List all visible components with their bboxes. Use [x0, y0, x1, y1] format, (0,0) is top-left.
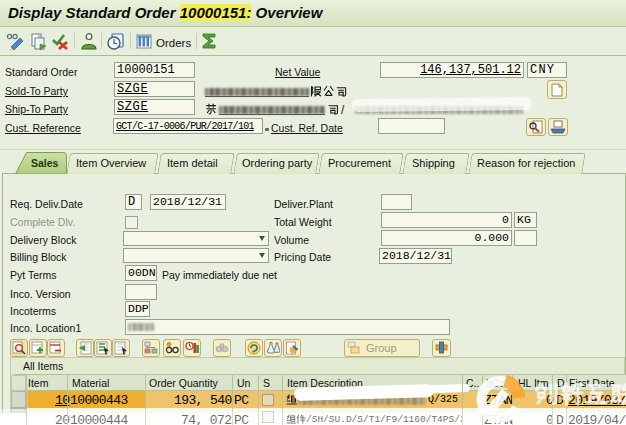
svg-text:Sales: Sales	[31, 157, 59, 169]
svg-text:CERTINA XINHULIAN: CERTINA XINHULIAN	[536, 406, 626, 415]
